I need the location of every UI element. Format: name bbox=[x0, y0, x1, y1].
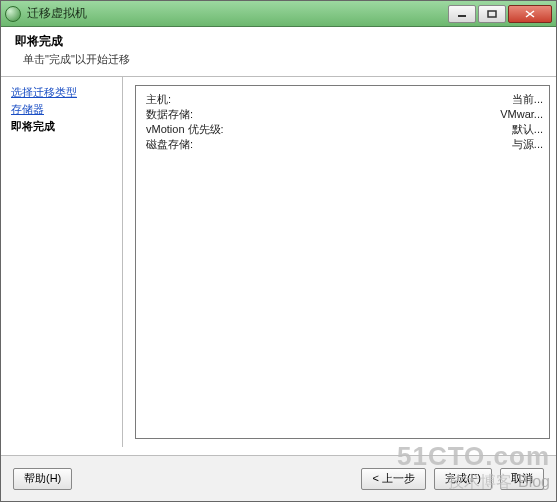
close-button[interactable] bbox=[508, 5, 552, 23]
summary-row: 主机: 当前... bbox=[146, 92, 539, 107]
wizard-header: 即将完成 单击"完成"以开始迁移 bbox=[1, 27, 556, 77]
finish-button[interactable]: 完成(F) bbox=[434, 468, 492, 490]
maximize-button[interactable] bbox=[478, 5, 506, 23]
summary-box: 主机: 当前... 数据存储: VMwar... vMotion 优先级: 默认… bbox=[135, 85, 550, 439]
wizard-step-title: 即将完成 bbox=[15, 33, 546, 50]
summary-key: 主机: bbox=[146, 92, 171, 107]
summary-key: 数据存储: bbox=[146, 107, 193, 122]
summary-key: vMotion 优先级: bbox=[146, 122, 224, 137]
summary-value: 默认... bbox=[512, 122, 543, 137]
wizard-main-panel: 主机: 当前... 数据存储: VMwar... vMotion 优先级: 默认… bbox=[123, 77, 556, 447]
sidebar-step-link[interactable]: 存储器 bbox=[11, 102, 112, 117]
summary-key: 磁盘存储: bbox=[146, 137, 193, 152]
window-title: 迁移虚拟机 bbox=[27, 5, 448, 22]
summary-row: 磁盘存储: 与源... bbox=[146, 137, 539, 152]
cancel-button[interactable]: 取消 bbox=[500, 468, 544, 490]
help-button[interactable]: 帮助(H) bbox=[13, 468, 72, 490]
app-icon bbox=[5, 6, 21, 22]
summary-value: VMwar... bbox=[500, 107, 543, 122]
wizard-body: 选择迁移类型 存储器 即将完成 主机: 当前... 数据存储: VMwar...… bbox=[1, 77, 556, 447]
summary-row: 数据存储: VMwar... bbox=[146, 107, 539, 122]
window-controls bbox=[448, 5, 552, 23]
summary-row: vMotion 优先级: 默认... bbox=[146, 122, 539, 137]
titlebar: 迁移虚拟机 bbox=[1, 1, 556, 27]
sidebar-step-current: 即将完成 bbox=[11, 119, 112, 134]
wizard-step-subtitle: 单击"完成"以开始迁移 bbox=[15, 52, 546, 67]
minimize-button[interactable] bbox=[448, 5, 476, 23]
summary-value: 当前... bbox=[512, 92, 543, 107]
summary-value: 与源... bbox=[512, 137, 543, 152]
back-button[interactable]: < 上一步 bbox=[361, 468, 425, 490]
sidebar-step-link[interactable]: 选择迁移类型 bbox=[11, 85, 112, 100]
wizard-footer: 帮助(H) < 上一步 完成(F) 取消 bbox=[1, 455, 556, 501]
svg-rect-1 bbox=[488, 11, 496, 17]
wizard-steps-sidebar: 选择迁移类型 存储器 即将完成 bbox=[1, 77, 123, 447]
